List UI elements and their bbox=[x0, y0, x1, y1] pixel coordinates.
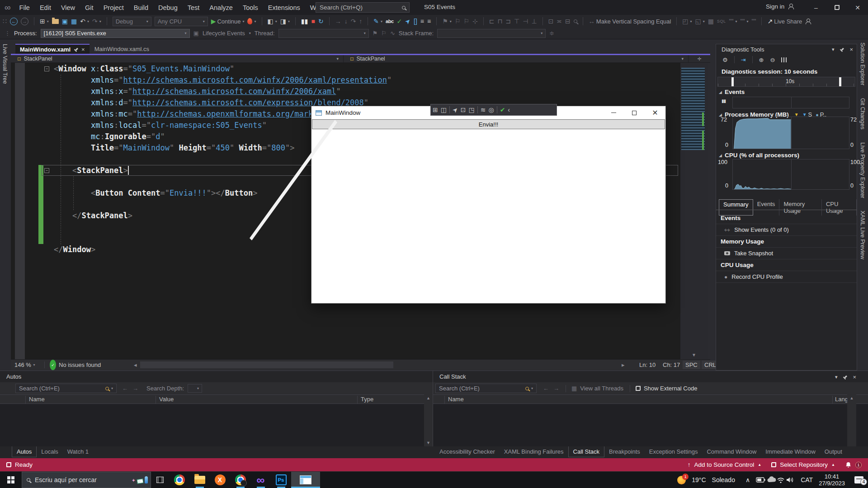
clock[interactable]: 10:41 27/9/2023 bbox=[819, 473, 845, 487]
sign-in-button[interactable]: Sign in bbox=[766, 3, 794, 10]
stop-debugging-button[interactable]: ■ bbox=[311, 18, 315, 25]
menu-item[interactable]: Project bbox=[99, 2, 129, 13]
app-maximize-button[interactable] bbox=[624, 106, 645, 119]
next-bookmark-button[interactable]: ⚐ bbox=[463, 18, 469, 25]
code-line[interactable]: xmlns="http://schemas.microsoft.com/winf… bbox=[11, 75, 680, 86]
pin-icon[interactable] bbox=[842, 374, 848, 380]
make-same-width-button[interactable]: ≍ bbox=[557, 18, 562, 25]
tool-window-tab[interactable]: Watch 1 bbox=[63, 446, 93, 457]
search-forward-icon[interactable]: → bbox=[553, 385, 559, 392]
xaml-tools-button[interactable]: ✎▾ bbox=[373, 18, 382, 25]
save-all-button[interactable]: ▦ bbox=[71, 18, 77, 25]
tool-window-tab[interactable]: Accessibility Checker bbox=[435, 446, 500, 457]
align-right-button[interactable]: ⊐ bbox=[505, 18, 511, 25]
hscroll-right-arrow[interactable]: ▸ bbox=[622, 360, 625, 370]
notifications-bell-icon[interactable] bbox=[845, 461, 852, 469]
taskbar-app-xampp[interactable] bbox=[210, 472, 230, 488]
search-back-icon[interactable]: ← bbox=[122, 385, 128, 392]
breadcrumb-right-pane[interactable]: ⊡ StackPanel ▾ bbox=[344, 55, 689, 62]
display-layout-adorners-icon[interactable]: ⊡ bbox=[461, 106, 466, 113]
menu-item[interactable]: File bbox=[14, 2, 35, 13]
menu-item[interactable]: Analyze bbox=[204, 2, 238, 13]
editor-tab[interactable]: MainWindow.xaml.cs × bbox=[90, 44, 168, 54]
app-close-button[interactable]: ✕ bbox=[645, 106, 665, 119]
navigate-forward-button[interactable]: → bbox=[21, 18, 28, 25]
restart-button[interactable]: ↻ bbox=[318, 18, 324, 25]
save-button[interactable]: ▣ bbox=[62, 18, 68, 25]
taskbar-app-active-window[interactable] bbox=[291, 472, 320, 488]
quick-search-input[interactable]: Search (Ctrl+Q) bbox=[316, 2, 410, 13]
show-next-statement-button[interactable]: → bbox=[335, 18, 341, 25]
close-icon[interactable]: × bbox=[849, 46, 853, 53]
code-line[interactable]: <Window x:Class="S05_Events.MainWindow" bbox=[11, 63, 680, 75]
sql-button[interactable]: SQL bbox=[717, 19, 726, 23]
toolbar-grip[interactable]: ∷ bbox=[3, 18, 7, 25]
align-top-button[interactable]: ⊤ bbox=[514, 18, 519, 25]
group-into-button[interactable]: ◰▾ bbox=[682, 18, 692, 25]
live-visual-tree-icon[interactable]: ⊞ bbox=[433, 106, 438, 113]
search-forward-icon[interactable]: → bbox=[132, 385, 138, 392]
minimize-button[interactable]: – bbox=[806, 0, 826, 15]
panel-menu-icon[interactable]: ▾ bbox=[832, 47, 835, 52]
split-editor-button[interactable]: ✛ bbox=[689, 55, 710, 62]
thread-select[interactable]: ▾ bbox=[278, 29, 369, 38]
hscroll-left-arrow[interactable]: ◂ bbox=[134, 360, 137, 370]
live-share-button[interactable]: ↗Live Share bbox=[767, 18, 802, 25]
collapse-toolbar-icon[interactable]: ‹ bbox=[508, 106, 510, 113]
pause-events-icon[interactable]: ▮▮ bbox=[722, 99, 726, 103]
keyboard-language[interactable]: CAT bbox=[801, 476, 813, 483]
select-repository-button[interactable]: Select Repository bbox=[780, 461, 828, 468]
tool-window-tab[interactable]: Breakpoints bbox=[604, 446, 645, 457]
quote-lines-button[interactable]: ""▾ bbox=[741, 18, 749, 25]
editor-minimap-scrollbar[interactable]: ▼ bbox=[680, 63, 708, 359]
previous-bookmark-button[interactable]: ⚐ bbox=[455, 18, 461, 25]
select-tools-icon[interactable]: ⇥ bbox=[741, 56, 746, 63]
tool-window-tab[interactable]: Command Window bbox=[702, 446, 761, 457]
capture-frame-icon[interactable]: ◫ bbox=[441, 106, 447, 113]
align-middle-button[interactable]: ⊣ bbox=[523, 18, 528, 25]
taskbar-app-visual-studio[interactable] bbox=[250, 472, 271, 488]
enable-selection-button[interactable]: ➤ bbox=[405, 18, 410, 25]
menu-item[interactable]: Git bbox=[80, 2, 99, 13]
taskbar-app-photoshop[interactable] bbox=[271, 472, 291, 488]
live-visual-tree-tab[interactable]: Live Visual Tree bbox=[2, 44, 8, 84]
callstack-scrollbar[interactable]: ▲ bbox=[847, 394, 856, 446]
pin-icon[interactable] bbox=[839, 46, 845, 52]
menu-item[interactable]: Build bbox=[129, 2, 153, 13]
add-to-source-control-button[interactable]: Add to Source Control bbox=[694, 461, 755, 468]
events-section-header[interactable]: Events bbox=[725, 89, 745, 95]
show-events-link[interactable]: ⟡⟡Show Events (0 of 0) bbox=[716, 224, 857, 236]
zoom-in-icon[interactable]: ⊕ bbox=[759, 56, 764, 63]
timeline-ruler[interactable]: 10s bbox=[717, 77, 855, 87]
taskbar-search-input[interactable]: Escriu aquí per cercar ✦ bbox=[22, 472, 151, 488]
quote-selection-button[interactable]: "" bbox=[752, 18, 756, 25]
show-external-code-button[interactable]: Show External Code bbox=[644, 385, 698, 392]
tray-icons[interactable] bbox=[756, 474, 795, 485]
weather-temp[interactable]: 19°C bbox=[692, 476, 706, 483]
taskbar-app-chrome[interactable] bbox=[169, 472, 189, 488]
select-element-icon[interactable]: ➤ bbox=[453, 106, 458, 113]
pin-icon[interactable] bbox=[73, 46, 79, 52]
autos-scrollbar[interactable]: ▲▼ bbox=[424, 394, 433, 446]
callstack-body[interactable] bbox=[433, 404, 868, 446]
reset-view-icon[interactable] bbox=[781, 57, 787, 62]
menu-item[interactable]: Test bbox=[183, 2, 205, 13]
accessibility-checker-icon[interactable]: ◎ bbox=[488, 106, 494, 113]
hscroll-thumb[interactable] bbox=[140, 361, 393, 368]
weather-desc[interactable]: Soleado bbox=[712, 476, 735, 483]
window-layout-icon[interactable] bbox=[6, 462, 11, 467]
weather-sun-icon[interactable]: 1 bbox=[677, 476, 686, 484]
column-value[interactable]: Value bbox=[159, 396, 174, 403]
side-panel-tab[interactable]: Solution Explorer bbox=[859, 40, 866, 88]
redo-button[interactable]: ↷▾ bbox=[92, 18, 101, 25]
column-name[interactable]: Name bbox=[448, 396, 464, 403]
start-button[interactable] bbox=[0, 472, 22, 488]
align-left-button[interactable]: ⊏ bbox=[489, 18, 495, 25]
search-back-icon[interactable]: ← bbox=[543, 385, 549, 392]
spell-check-mark[interactable]: ✓ bbox=[397, 18, 402, 25]
zoom-out-icon[interactable]: ⊖ bbox=[770, 56, 775, 63]
panel-menu-icon[interactable]: ▾ bbox=[835, 374, 838, 380]
undo-button[interactable]: ↶▾ bbox=[80, 18, 89, 25]
editor-tab[interactable]: MainWindow.xaml × bbox=[15, 44, 90, 54]
edit-constraints-button[interactable]: [] bbox=[414, 18, 417, 25]
